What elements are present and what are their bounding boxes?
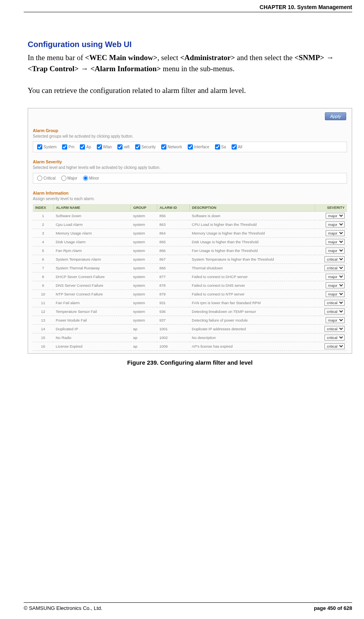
intro-t2: and then select the <box>235 53 294 62</box>
table-cell: 1001 <box>157 324 189 333</box>
group-label: All <box>238 145 242 149</box>
severity-select[interactable]: critical <box>324 256 345 262</box>
severity-label: Minor <box>89 176 99 180</box>
group-item: All <box>232 144 242 150</box>
severity-select[interactable]: major <box>326 230 345 236</box>
footer-page: page 450 of 628 <box>314 605 352 611</box>
table-cell: system <box>131 298 157 307</box>
table-header-cell: ALARM NAME <box>53 204 131 212</box>
table-cell: 1 <box>33 211 53 220</box>
table-cell: Thermal shutdown <box>189 263 315 272</box>
menu-snmp: <SNMP> <box>294 53 324 62</box>
table-cell-severity: major <box>315 229 347 237</box>
severity-radio[interactable] <box>61 176 66 181</box>
table-cell-severity: major <box>315 211 347 220</box>
severity-select[interactable]: major <box>326 213 345 219</box>
table-cell-severity: critical <box>315 342 347 350</box>
group-item: wifi <box>117 144 129 150</box>
table-cell-severity: major <box>315 290 347 298</box>
table-cell: Fan Rpm Alarm <box>53 246 131 255</box>
table-row: 2Cpu Load Alarmsystem863CPU Load is high… <box>33 220 347 229</box>
table-cell: system <box>131 255 157 263</box>
group-checkbox[interactable] <box>188 144 193 150</box>
table-cell: No description <box>189 333 315 342</box>
menu-wec: <WEC Main window> <box>85 53 157 62</box>
severity-select[interactable]: major <box>326 291 345 297</box>
table-cell: 936 <box>157 307 189 316</box>
severity-select[interactable]: critical <box>324 300 345 306</box>
intro-line2: You can retrieve the configuration relat… <box>28 85 352 96</box>
table-cell: system <box>131 272 157 281</box>
chapter-header: CHAPTER 10. System Management <box>24 4 352 12</box>
group-item: Security <box>135 144 156 150</box>
severity-radio[interactable] <box>83 176 88 181</box>
table-cell: Fan Fail alarm <box>53 298 131 307</box>
alarm-severity-box: CriticalMajorMinor <box>33 173 347 184</box>
severity-select[interactable]: major <box>326 221 345 227</box>
table-cell-severity: major <box>315 220 347 229</box>
table-cell: 864 <box>157 229 189 237</box>
group-label: Pm <box>68 145 74 149</box>
severity-select[interactable]: major <box>326 248 345 254</box>
table-cell: CPU Load is higher than the Threshold <box>189 220 315 229</box>
severity-select[interactable]: critical <box>324 335 345 341</box>
menu-trap: <Trap Control> <box>28 64 79 73</box>
table-row: 5Fan Rpm Alarmsystem866Fan Usage is high… <box>33 246 347 255</box>
table-cell: 1009 <box>157 342 189 350</box>
severity-select[interactable]: major <box>326 239 345 245</box>
group-label: Wlan <box>103 145 112 149</box>
severity-select[interactable]: critical <box>324 309 345 314</box>
table-cell: 13 <box>33 316 53 324</box>
severity-select[interactable]: major <box>326 282 345 288</box>
group-checkbox[interactable] <box>97 144 102 150</box>
apply-button[interactable]: Apply <box>325 112 346 120</box>
table-cell: License Expired <box>53 342 131 350</box>
severity-select[interactable]: critical <box>324 265 345 271</box>
table-cell: DNS Server Connect Failure <box>53 281 131 290</box>
footer-copyright: © SAMSUNG Electronics Co., Ltd. <box>24 605 102 611</box>
group-item: Sa <box>215 144 226 150</box>
severity-select[interactable]: major <box>326 317 345 323</box>
severity-select[interactable]: critical <box>324 326 345 332</box>
group-checkbox[interactable] <box>117 144 123 150</box>
table-cell: 879 <box>157 290 189 298</box>
table-cell: 16 <box>33 342 53 350</box>
table-cell: Failed to connect to DNS server <box>189 281 315 290</box>
table-cell: 6 <box>33 255 53 263</box>
table-cell-severity: major <box>315 272 347 281</box>
group-checkbox[interactable] <box>37 144 42 150</box>
table-cell: Memory Usage Alarm <box>53 229 131 237</box>
group-item: Wlan <box>97 144 112 150</box>
group-item: System <box>37 144 57 150</box>
table-cell-severity: critical <box>315 307 347 316</box>
table-cell: System Temperature Alarm <box>53 255 131 263</box>
table-row: 15No Radioap1002No descriptioncritical <box>33 333 347 342</box>
table-row: 4Disk Usage Alarmsystem865Disk Usage is … <box>33 237 347 246</box>
group-checkbox[interactable] <box>62 144 67 150</box>
table-cell: 15 <box>33 333 53 342</box>
group-label: Sa <box>221 145 226 149</box>
table-header-cell: INDEX <box>33 204 53 212</box>
severity-label: Major <box>68 176 77 180</box>
table-header-cell: ALARM ID <box>157 204 189 212</box>
table-cell: No Radio <box>53 333 131 342</box>
severity-select[interactable]: major <box>326 274 345 280</box>
group-label: System <box>43 145 57 149</box>
group-label: Security <box>141 145 156 149</box>
group-checkbox[interactable] <box>135 144 140 150</box>
screenshot-panel: Apply Alarm Group Selected groups will b… <box>28 108 352 354</box>
table-cell: Power Module Fail <box>53 316 131 324</box>
page-footer: © SAMSUNG Electronics Co., Ltd. page 450… <box>24 602 352 611</box>
table-cell: FAN rpm is lower than fan Standard RPM <box>189 298 315 307</box>
arrow-2: → <box>79 64 91 73</box>
group-checkbox[interactable] <box>215 144 220 150</box>
table-cell: Duplicated IP <box>53 324 131 333</box>
group-checkbox[interactable] <box>80 144 85 150</box>
table-cell: 863 <box>157 220 189 229</box>
table-cell-severity: major <box>315 237 347 246</box>
group-checkbox[interactable] <box>161 144 166 150</box>
severity-select[interactable]: critical <box>324 343 345 349</box>
severity-radio[interactable] <box>37 176 42 181</box>
table-cell: 866 <box>157 246 189 255</box>
group-checkbox[interactable] <box>232 144 237 150</box>
